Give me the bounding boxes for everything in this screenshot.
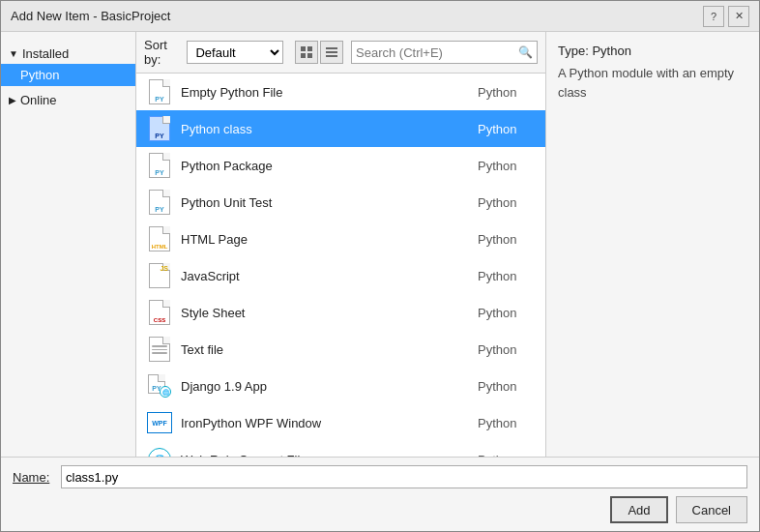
item-icon-10: 🌐 [146, 446, 173, 457]
type-label: Type: Python [558, 44, 747, 58]
title-bar: Add New Item - BasicProject ? ✕ [1, 1, 759, 32]
cancel-button[interactable]: Cancel [676, 496, 747, 523]
svg-rect-5 [326, 51, 337, 53]
table-row[interactable]: WPF IronPython WPF Window Python [136, 404, 545, 441]
item-name-8: Django 1.9 App [181, 379, 478, 394]
item-type-0: Python [478, 85, 536, 100]
item-icon-4: HTML [146, 225, 173, 252]
dialog-title: Add New Item - BasicProject [11, 9, 170, 23]
add-button[interactable]: Add [610, 496, 667, 523]
item-icon-8: PY 🌐 [146, 372, 173, 399]
sidebar-item-python[interactable]: Python [1, 64, 135, 86]
item-name-9: IronPython WPF Window [181, 416, 478, 430]
bottom-area: Name: Add Cancel [1, 457, 759, 531]
table-row[interactable]: 🌐 Web Role Support Files Python [136, 441, 545, 457]
item-name-1: Python class [181, 122, 478, 136]
item-type-3: Python [478, 195, 536, 210]
svg-rect-3 [307, 53, 312, 58]
online-arrow: ▶ [9, 95, 16, 105]
list-icon [326, 46, 337, 58]
table-row[interactable]: CSS Style Sheet Python [136, 294, 545, 331]
installed-section: ▼ Installed Python [1, 40, 135, 90]
table-row[interactable]: PY 🌐 Django 1.9 App Python [136, 368, 545, 404]
sidebar-item-online[interactable]: ▶ Online [1, 90, 135, 110]
table-row[interactable]: PY Empty Python File Python [136, 74, 545, 110]
help-button[interactable]: ? [703, 6, 724, 27]
item-icon-6: CSS [146, 299, 173, 326]
item-icon-5: JS [146, 262, 173, 289]
search-box: 🔍 [351, 41, 538, 64]
close-button[interactable]: ✕ [728, 6, 749, 27]
search-icon: 🔍 [518, 45, 533, 59]
item-type-7: Python [478, 342, 536, 357]
installed-arrow: ▼ [9, 48, 18, 59]
view-buttons [295, 41, 343, 64]
item-name-6: Style Sheet [181, 306, 478, 320]
item-type-9: Python [478, 416, 536, 430]
grid-view-button[interactable] [295, 41, 318, 64]
item-name-2: Python Package [181, 159, 478, 173]
sort-select[interactable]: Default Name Type [187, 41, 283, 64]
item-icon-9: WPF [146, 409, 173, 436]
item-type-5: Python [478, 269, 536, 283]
table-row[interactable]: Text file Python [136, 331, 545, 368]
list-view-button[interactable] [320, 41, 343, 64]
svg-rect-4 [326, 47, 337, 49]
item-icon-2: PY [146, 152, 173, 179]
item-list: PY Empty Python File Python PY Python cl… [136, 74, 545, 457]
item-name-4: HTML Page [181, 232, 478, 247]
table-row[interactable]: JS JavaScript Python [136, 257, 545, 294]
item-icon-0: PY [146, 78, 173, 105]
title-bar-buttons: ? ✕ [703, 6, 749, 27]
name-row: Name: [13, 465, 747, 488]
main-content: ▼ Installed Python ▶ Online Sort by: Def… [1, 32, 759, 457]
center-area: Sort by: Default Name Type [136, 32, 546, 457]
button-row: Add Cancel [13, 496, 747, 523]
globe-icon: 🌐 [148, 448, 171, 457]
table-row[interactable]: HTML HTML Page Python [136, 221, 545, 257]
type-description: A Python module with an empty class [558, 64, 747, 102]
item-type-2: Python [478, 159, 536, 173]
item-icon-1: PY [146, 115, 173, 142]
table-row[interactable]: PY Python class Python [136, 110, 545, 147]
toolbar: Sort by: Default Name Type [136, 32, 545, 74]
item-icon-3: PY [146, 189, 173, 216]
sort-label: Sort by: [144, 38, 179, 67]
grid-icon [301, 46, 312, 58]
item-icon-7 [146, 336, 173, 363]
item-type-1: Python [478, 122, 536, 136]
search-input[interactable] [356, 45, 518, 60]
name-label: Name: [13, 470, 61, 485]
item-name-0: Empty Python File [181, 85, 478, 100]
item-type-6: Python [478, 306, 536, 320]
item-name-7: Text file [181, 342, 478, 357]
name-input[interactable] [61, 465, 747, 488]
svg-rect-0 [301, 46, 306, 51]
python-label: Python [20, 68, 59, 82]
table-row[interactable]: PY Python Unit Test Python [136, 184, 545, 221]
dialog: Add New Item - BasicProject ? ✕ ▼ Instal… [0, 0, 760, 532]
right-panel: Type: Python A Python module with an emp… [546, 32, 759, 457]
installed-label: Installed [22, 46, 69, 61]
installed-header[interactable]: ▼ Installed [1, 44, 135, 64]
svg-rect-1 [307, 46, 312, 51]
svg-rect-2 [301, 53, 306, 58]
sidebar: ▼ Installed Python ▶ Online [1, 32, 136, 457]
online-label: Online [20, 93, 57, 107]
table-row[interactable]: PY Python Package Python [136, 147, 545, 184]
item-type-4: Python [478, 232, 536, 247]
item-type-8: Python [478, 379, 536, 394]
item-name-5: JavaScript [181, 269, 478, 283]
svg-rect-6 [326, 55, 337, 57]
item-name-3: Python Unit Test [181, 195, 478, 210]
